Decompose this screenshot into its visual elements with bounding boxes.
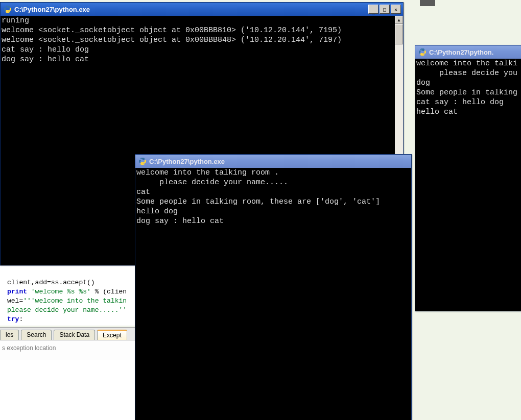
window-controls: _ □ ✕ bbox=[368, 5, 401, 14]
minimize-button[interactable]: _ bbox=[368, 5, 378, 14]
code-text: client.send(wel) bbox=[7, 325, 87, 326]
code-line: client,add=ss.accept() bbox=[7, 279, 95, 286]
python-icon bbox=[418, 48, 427, 56]
code-string: '''welcome into the talkin bbox=[23, 297, 127, 305]
console-output: runing welcome <socket._socketobject obj… bbox=[1, 16, 403, 64]
console-body[interactable]: welcome into the talking room . please d… bbox=[135, 168, 411, 420]
window-title: C:\Python27\python.exe bbox=[149, 158, 409, 165]
code-keyword: print bbox=[7, 288, 27, 295]
maximize-button[interactable]: □ bbox=[380, 5, 390, 14]
titlebar[interactable]: C:\Python27\python. bbox=[415, 45, 521, 59]
tab-stack-data[interactable]: Stack Data bbox=[54, 330, 95, 340]
console-body[interactable]: welcome into the talki please decide you… bbox=[415, 59, 521, 311]
code-text: % (clien bbox=[91, 288, 127, 295]
tab-row: les Search Stack Data Except bbox=[0, 327, 136, 340]
python-icon bbox=[4, 5, 12, 13]
scroll-thumb[interactable] bbox=[395, 24, 403, 44]
code-string: please decide your name.....'' bbox=[7, 306, 127, 314]
scroll-up-button[interactable]: ▲ bbox=[395, 16, 403, 24]
titlebar[interactable]: C:\Python27\python.exe _ □ ✕ bbox=[1, 3, 403, 16]
lower-panel bbox=[0, 359, 136, 420]
tab-search[interactable]: Search bbox=[21, 330, 52, 340]
code-string: 'welcome %s %s' bbox=[27, 288, 91, 295]
close-button[interactable]: ✕ bbox=[391, 5, 401, 14]
tab-content: s exception location bbox=[0, 340, 136, 360]
tab-exceptions[interactable]: Except bbox=[97, 330, 127, 340]
console-output: welcome into the talking room . please d… bbox=[135, 168, 411, 226]
console-window-client-dog[interactable]: C:\Python27\python. welcome into the tal… bbox=[415, 45, 521, 311]
python-icon bbox=[138, 157, 147, 165]
window-title: C:\Python27\python.exe bbox=[14, 6, 368, 13]
console-window-client-cat[interactable]: C:\Python27\python.exe welcome into the … bbox=[135, 154, 412, 420]
console-output: welcome into the talki please decide you… bbox=[415, 59, 521, 117]
exception-hint: s exception location bbox=[2, 344, 56, 352]
window-title: C:\Python27\python. bbox=[429, 48, 519, 56]
tabs-panel: les Search Stack Data Except s exception… bbox=[0, 327, 136, 360]
tab-variables[interactable]: les bbox=[0, 330, 19, 340]
code-text: wel= bbox=[7, 297, 23, 305]
titlebar[interactable]: C:\Python27\python.exe bbox=[135, 155, 411, 168]
code-editor[interactable]: client,add=ss.accept() print 'welcome %s… bbox=[0, 265, 136, 326]
code-text: : bbox=[19, 315, 23, 323]
bg-fragment bbox=[420, 0, 435, 6]
code-keyword: try bbox=[7, 315, 19, 323]
